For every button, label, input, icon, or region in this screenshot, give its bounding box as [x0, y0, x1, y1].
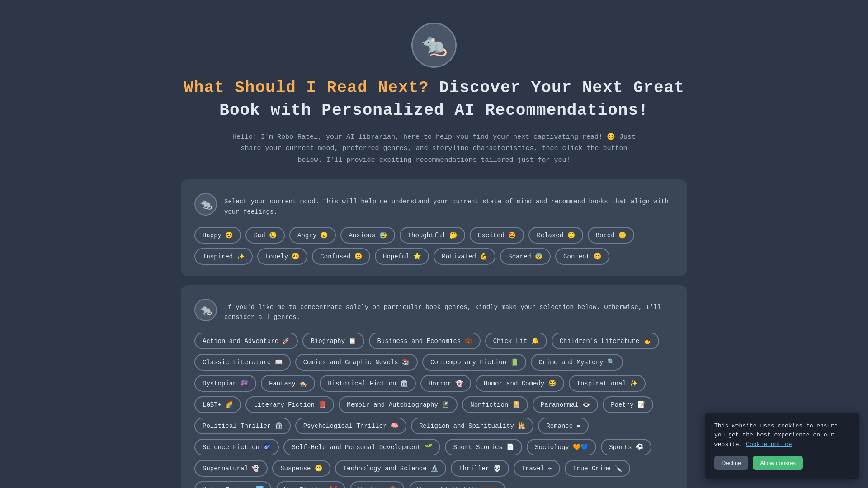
genre-tag-historical-fiction[interactable]: Historical Fiction 🏛️ [320, 375, 416, 392]
genre-tag-sociology[interactable]: Sociology 🧡💙 [527, 439, 596, 455]
genre-tag-nonfiction[interactable]: Nonfiction 📔 [462, 396, 528, 413]
mood-tag-inspired[interactable]: Inspired ✨ [194, 248, 253, 265]
genre-tag-travel[interactable]: Travel ✈️ [514, 460, 560, 477]
genre-tag-humor-and-comedy[interactable]: Humor and Comedy 😂 [476, 375, 564, 392]
header: 🐀 What Should I Read Next? Discover Your… [181, 14, 687, 179]
genre-tag-paranormal[interactable]: Paranormal 👁️ [533, 396, 598, 413]
genre-tag-crime-and-mystery[interactable]: Crime and Mystery 🔍 [531, 354, 623, 371]
cookie-banner: This website uses cookies to ensure you … [705, 413, 859, 479]
cookie-text: This website uses cookies to ensure you … [714, 422, 850, 450]
genre-tag-political-thriller[interactable]: Political Thriller 🏛️ [194, 418, 291, 434]
cookie-notice-link[interactable]: Cookie notice [746, 441, 792, 448]
mood-tag-lonely[interactable]: Lonely 🥺 [257, 248, 308, 265]
genre-tag-western[interactable]: Western 🤠 [350, 481, 404, 488]
genre-tag-urban-fantasy[interactable]: Urban Fantasy 🏙️ [194, 481, 272, 488]
genre-tags: Action and Adventure 🚀Biography 📋Busines… [194, 333, 674, 488]
header-subtitle: Hello! I'm Robo Ratel, your AI librarian… [231, 131, 637, 166]
genre-card: 🐀 If you'd like me to concentrate solely… [181, 285, 687, 488]
mood-tag-angry[interactable]: Angry 😠 [289, 227, 336, 244]
genre-tag-literary-fiction[interactable]: Literary Fiction 📕 [245, 396, 334, 413]
genre-tag-religion-and-spirituality[interactable]: Religion and Spirituality 🕌 [411, 418, 533, 434]
genre-tag-technology-and-science[interactable]: Technology and Science 🔬 [335, 460, 446, 477]
mood-tag-motivated[interactable]: Motivated 💪 [434, 248, 495, 265]
genre-tag-poetry[interactable]: Poetry 📝 [603, 396, 653, 413]
genre-tag-war-fiction[interactable]: War Fiction ❌ [276, 481, 346, 488]
cookie-buttons: Decline Allow cookies [714, 456, 850, 470]
genre-tag-fantasy[interactable]: Fantasy 🧙 [261, 375, 315, 392]
mood-prompt: Select your current mood. This will help… [224, 193, 674, 217]
genre-tag-dystopian[interactable]: Dystopian 🌆 [194, 375, 256, 392]
mood-tag-sad[interactable]: Sad 😢 [245, 227, 285, 244]
genre-tag-young-adult-(ya)[interactable]: Young Adult (YA) 👦👧 [409, 481, 505, 488]
mood-tag-hopeful[interactable]: Hopeful ⭐ [375, 248, 429, 265]
mood-tags: Happy 😊Sad 😢Angry 😠Anxious 😰Thoughtful 🤔… [194, 227, 674, 265]
mood-tag-anxious[interactable]: Anxious 😰 [340, 227, 395, 244]
logo-avatar: 🐀 [411, 23, 457, 68]
genre-tag-science-fiction[interactable]: Science Fiction 🌌 [194, 439, 279, 455]
page-title: What Should I Read Next? Discover Your N… [181, 77, 687, 122]
genre-tag-sports[interactable]: Sports ⚽ [601, 439, 651, 455]
mood-card: 🐀 Select your current mood. This will he… [181, 179, 687, 276]
genre-tag-comics-and-graphic-novels[interactable]: Comics and Graphic Novels 📚 [295, 354, 418, 371]
mood-card-header: 🐀 Select your current mood. This will he… [194, 193, 674, 217]
genre-tag-lgbt-[interactable]: LGBT+ 🌈 [194, 396, 241, 413]
genre-avatar: 🐀 [194, 299, 217, 321]
genre-tag-suspense[interactable]: Suspense 😬 [272, 460, 330, 477]
genre-tag-biography[interactable]: Biography 📋 [302, 333, 364, 349]
genre-tag-business-and-economics[interactable]: Business and Economics 💼 [369, 333, 480, 349]
genre-tag-memoir-and-autobiography[interactable]: Memoir and Autobiography 📓 [339, 396, 458, 413]
title-highlight: What Should I Read Next? [184, 79, 429, 97]
decline-button[interactable]: Decline [714, 456, 748, 470]
mood-avatar: 🐀 [194, 193, 217, 216]
mood-tag-scared[interactable]: Scared 😨 [500, 248, 551, 265]
genre-tag-supernatural[interactable]: Supernatural 👻 [194, 460, 268, 477]
genre-tag-psychological-thriller[interactable]: Psychological Thriller 🧠 [295, 418, 406, 434]
mood-tag-content[interactable]: Content 😊 [555, 248, 609, 265]
genre-tag-romance[interactable]: Romance ❤️ [538, 418, 589, 434]
mood-tag-excited[interactable]: Excited 🤩 [470, 227, 524, 244]
genre-tag-short-stories[interactable]: Short Stories 📄 [445, 439, 522, 455]
genre-tag-true-crime[interactable]: True Crime 🔪 [565, 460, 630, 477]
mood-tag-relaxed[interactable]: Relaxed 😌 [528, 227, 583, 244]
mood-tag-bored[interactable]: Bored 😑 [588, 227, 634, 244]
genre-tag-inspirational[interactable]: Inspirational ✨ [569, 375, 646, 392]
genre-tag-action-and-adventure[interactable]: Action and Adventure 🚀 [194, 333, 298, 349]
genre-tag-classic-literature[interactable]: Classic Literature 📖 [194, 354, 291, 371]
mood-tag-happy[interactable]: Happy 😊 [194, 227, 241, 244]
genre-tag-contemporary-fiction[interactable]: Contemporary Fiction 📗 [422, 354, 526, 371]
genre-tag-thriller[interactable]: Thriller 💀 [451, 460, 509, 477]
genre-card-header: 🐀 If you'd like me to concentrate solely… [194, 299, 674, 323]
genre-tag-children's-literature[interactable]: Children's Literature 👧 [552, 333, 659, 349]
genre-tag-chick-lit[interactable]: Chick Lit 🔔 [485, 333, 547, 349]
genre-tag-horror[interactable]: Horror 👻 [420, 375, 471, 392]
genre-tag-self-help-and-personal-development[interactable]: Self-Help and Personal Development 🌱 [283, 439, 440, 455]
mood-tag-confused[interactable]: Confused 😕 [312, 248, 370, 265]
genre-prompt: If you'd like me to concentrate solely o… [224, 299, 674, 323]
mood-tag-thoughtful[interactable]: Thoughtful 🤔 [400, 227, 465, 244]
allow-cookies-button[interactable]: Allow cookies [753, 456, 803, 470]
